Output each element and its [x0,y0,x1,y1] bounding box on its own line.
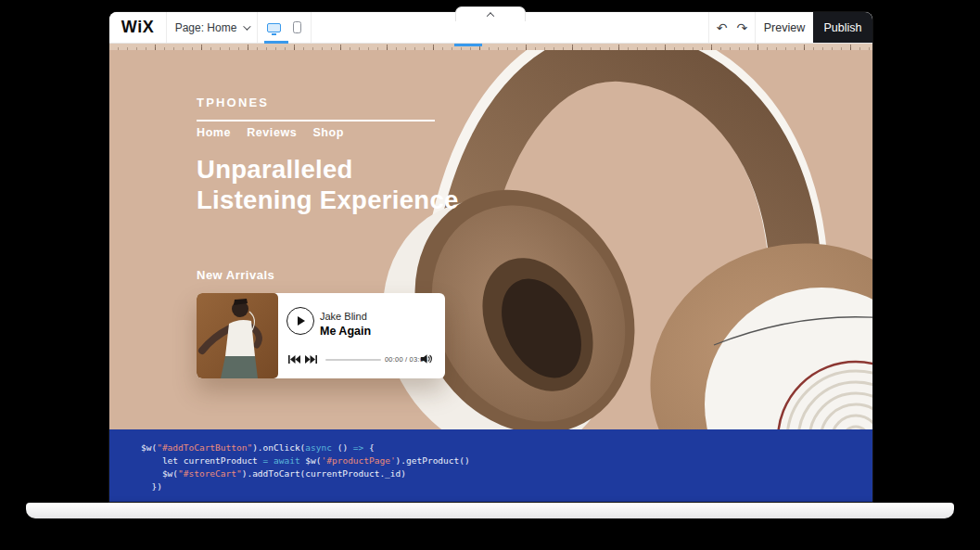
nav-link-shop[interactable]: Shop [312,126,344,139]
previous-track-icon[interactable] [288,355,300,364]
track-artist: Jake Blind [320,311,367,322]
code-token: { [363,442,374,453]
ruler-marker [454,44,482,46]
code-line: $w("#addToCartButton").onClick(async () … [141,441,872,454]
code-token: ).addToCart(currentProduct._id) [242,468,406,479]
code-line: let currentProduct = await $w('#productP… [141,454,872,467]
code-token: '#productPage' [322,455,396,466]
code-token: "#storeCart" [178,468,242,479]
stage: WiX Page: Home ↶ ↷ Preview Publish [0,0,980,550]
code-panel: $w("#addToCartButton").onClick(async () … [109,429,872,502]
code-token: $w( [141,442,157,453]
progress-bar[interactable] [325,359,381,361]
code-token: ).onClick( [252,442,305,453]
next-track-icon[interactable] [305,355,317,364]
code-line: $w("#storeCart").addToCart(currentProduc… [141,467,872,480]
code-line: }) [141,480,872,493]
volume-icon[interactable] [421,354,432,364]
mobile-icon[interactable] [293,21,301,33]
nav-link-home[interactable]: Home [197,126,231,139]
code-token: }) [141,481,162,492]
player-card: Jake Blind Me Again 00:00 / 03:04 [197,293,445,378]
page-selector-label: Page: Home [175,21,237,34]
redo-button[interactable]: ↷ [737,21,748,34]
code-token: () [332,442,353,453]
ruler [109,44,872,50]
player-photo [197,293,278,378]
code-token: $w( [141,468,178,479]
active-device-underline [264,41,288,44]
hero-line-2: Listening Experience [197,185,459,215]
undo-button[interactable]: ↶ [717,21,728,34]
page-selector[interactable]: Page: Home [167,12,258,43]
code-token: $w( [300,455,322,466]
site-brand: TPHONES [197,96,269,109]
wix-logo: WiX [109,12,167,43]
section-label: New Arrivals [197,268,274,282]
preview-button[interactable]: Preview [755,12,813,43]
chevron-up-icon [487,12,494,19]
editor-window: WiX Page: Home ↶ ↷ Preview Publish [109,12,872,502]
chevron-down-icon [244,22,251,30]
history-controls: ↶ ↷ [708,12,755,43]
code-token: async [305,442,332,453]
device-toggle [258,12,312,43]
hero-line-1: Unparalleled [197,154,459,185]
track-title: Me Again [320,325,371,338]
collapse-handle[interactable] [455,6,526,21]
desktop-icon[interactable] [267,23,281,32]
code-token: => [353,442,363,453]
brand-divider [197,120,435,122]
publish-button[interactable]: Publish [813,12,872,43]
code-token: let currentProduct [141,455,263,466]
laptop-base [26,503,954,518]
nav-link-reviews[interactable]: Reviews [247,126,297,139]
hero-heading: Unparalleled Listening Experience [197,154,459,215]
code-token: ).getProduct() [396,455,470,466]
play-button[interactable] [286,307,314,335]
site-canvas: TPHONES Home Reviews Shop Unparalleled L… [109,50,872,429]
code-token: await [274,455,300,466]
site-nav: Home Reviews Shop [197,126,344,139]
code-token: "#addToCartButton" [157,442,252,453]
play-icon [298,316,305,326]
